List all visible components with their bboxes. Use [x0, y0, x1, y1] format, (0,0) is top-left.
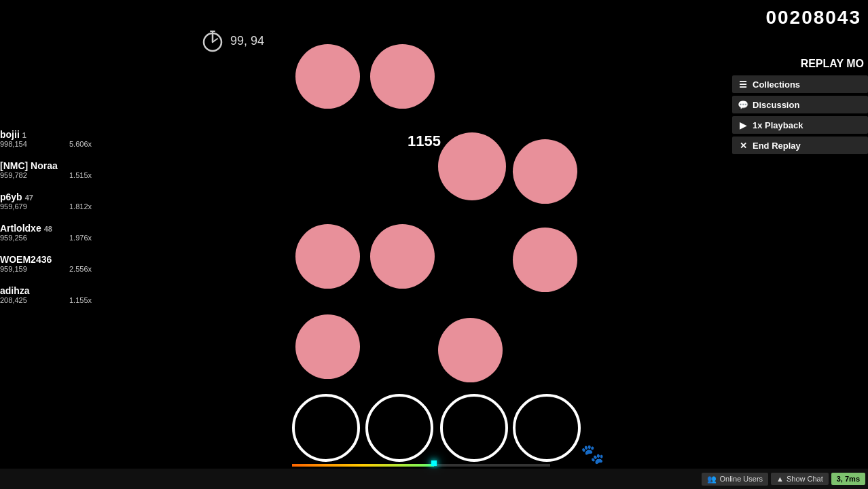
lb-multiplier: 1.976x	[69, 234, 92, 242]
playback-button[interactable]: ▶1x Playback	[732, 116, 868, 134]
hit-circle	[513, 228, 577, 292]
lb-rank: 47	[25, 194, 33, 202]
end-replay-button[interactable]: ✕End Replay	[732, 137, 868, 154]
btn-label: Collections	[753, 79, 800, 90]
hit-circle	[438, 318, 503, 382]
collections-button[interactable]: ☰Collections	[732, 75, 868, 93]
lb-name: Artloldxe48	[0, 223, 92, 234]
btn-icon: ☰	[738, 79, 748, 90]
show-chat-button[interactable]: ▲ Show Chat	[771, 473, 829, 485]
lb-multiplier: 1.155x	[69, 296, 92, 304]
replay-panel: REPLAY MO ☰Collections💬Discussion▶1x Pla…	[732, 58, 868, 154]
lb-name: [NMC] Noraa	[0, 160, 92, 171]
key-circle	[365, 394, 433, 462]
users-icon: 👥	[707, 475, 717, 484]
hit-circle	[438, 132, 506, 200]
lb-stats: 998,154 5.606x	[0, 140, 92, 148]
hit-circle	[295, 44, 360, 109]
lb-score: 959,782	[0, 171, 27, 179]
btn-label: Discussion	[753, 100, 799, 110]
lb-stats: 208,425 1.155x	[0, 296, 92, 304]
leaderboard-entry: WOEM2436 959,159 2.556x	[0, 254, 92, 273]
lb-stats: 959,159 2.556x	[0, 265, 92, 273]
replay-mode-label: REPLAY MO	[732, 58, 868, 70]
key-circle	[440, 394, 508, 462]
combo-display: 1155	[408, 132, 441, 150]
btn-label: End Replay	[753, 141, 801, 151]
btn-icon: 💬	[738, 99, 748, 110]
online-users-label: Online Users	[719, 475, 763, 483]
lb-multiplier: 5.606x	[69, 140, 92, 148]
lb-stats: 959,256 1.976x	[0, 234, 92, 242]
progress-bar-fill	[292, 464, 434, 467]
online-users-button[interactable]: 👥 Online Users	[702, 473, 768, 486]
lb-multiplier: 1.515x	[69, 171, 92, 179]
leaderboard: bojii1 998,154 5.606x [NMC] Noraa 959,78…	[0, 129, 92, 316]
mascot: 🐾	[581, 443, 604, 465]
timer-icon	[200, 29, 225, 53]
lb-multiplier: 2.556x	[69, 265, 92, 273]
key-circle	[292, 394, 360, 462]
score-display: 00208043	[765, 7, 861, 29]
lb-score: 959,679	[0, 202, 27, 211]
timer-value: 99, 94	[230, 34, 264, 48]
btn-icon: ▶	[738, 120, 748, 130]
btn-icon: ✕	[738, 140, 748, 151]
discussion-button[interactable]: 💬Discussion	[732, 96, 868, 113]
game-area	[0, 0, 611, 489]
chevron-up-icon: ▲	[776, 475, 784, 483]
hit-circle	[295, 224, 360, 289]
lb-stats: 959,679 1.812x	[0, 202, 92, 211]
lb-name: adihza	[0, 285, 92, 296]
lb-score: 959,256	[0, 234, 27, 242]
leaderboard-entry: p6yb47 959,679 1.812x	[0, 192, 92, 211]
show-chat-label: Show Chat	[786, 475, 823, 483]
leaderboard-entry: adihza 208,425 1.155x	[0, 285, 92, 304]
hit-circle	[295, 314, 360, 379]
hit-circle	[513, 139, 577, 204]
lb-stats: 959,782 1.515x	[0, 171, 92, 179]
lb-name: bojii1	[0, 129, 92, 140]
leaderboard-entry: bojii1 998,154 5.606x	[0, 129, 92, 148]
leaderboard-entry: [NMC] Noraa 959,782 1.515x	[0, 160, 92, 179]
progress-indicator	[431, 460, 437, 466]
btn-label: 1x Playback	[753, 120, 803, 130]
lb-score: 998,154	[0, 140, 27, 148]
lb-name: p6yb47	[0, 192, 92, 202]
lb-rank: 48	[44, 225, 52, 233]
progress-area	[292, 462, 550, 469]
lb-score: 208,425	[0, 296, 27, 304]
ping-display: 3, 7ms	[831, 473, 865, 485]
bottom-bar: 👥 Online Users ▲ Show Chat 3, 7ms	[0, 469, 868, 489]
hit-circle	[370, 44, 435, 109]
hit-circle	[370, 224, 435, 289]
lb-multiplier: 1.812x	[69, 202, 92, 211]
leaderboard-entry: Artloldxe48 959,256 1.976x	[0, 223, 92, 242]
lb-name: WOEM2436	[0, 254, 92, 265]
key-circle	[513, 394, 581, 462]
timer-area: 99, 94	[200, 29, 264, 53]
lb-rank: 1	[22, 131, 26, 139]
lb-score: 959,159	[0, 265, 27, 273]
